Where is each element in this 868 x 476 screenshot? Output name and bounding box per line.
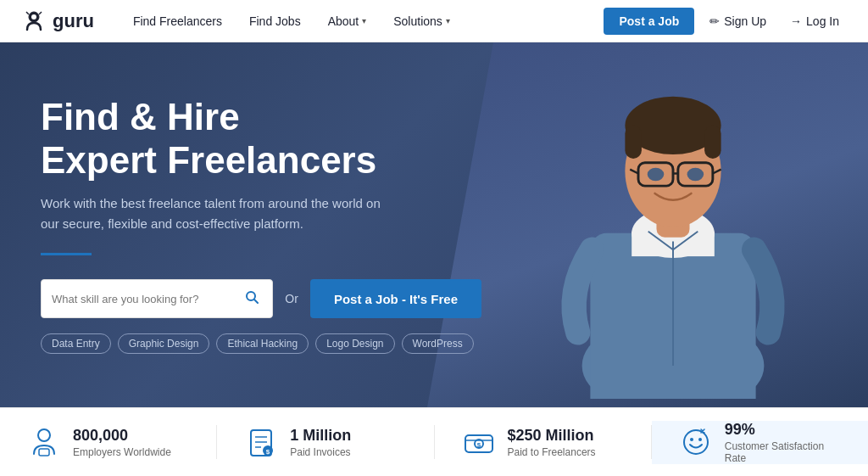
- stat-employers-text: 800,000 Employers Worldwide: [73, 427, 171, 458]
- stat-paid-label: Paid to Freelancers: [508, 446, 596, 458]
- search-row: Or Post a Job - It's Free: [41, 279, 481, 318]
- tag-ethical-hacking[interactable]: Ethical Hacking: [216, 333, 309, 354]
- nav-about[interactable]: About ▾: [316, 9, 379, 33]
- svg-text:$: $: [476, 441, 481, 449]
- stat-satisfaction-label: Customer Satisfaction Rate: [725, 440, 841, 464]
- post-job-header-button[interactable]: Post a Job: [604, 8, 694, 35]
- post-job-hero-button[interactable]: Post a Job - It's Free: [310, 279, 481, 318]
- logo[interactable]: guru: [20, 8, 94, 35]
- svg-rect-24: [39, 449, 49, 456]
- about-dropdown-arrow: ▾: [362, 16, 366, 25]
- stat-employers-number: 800,000: [73, 427, 171, 445]
- svg-point-23: [38, 429, 50, 441]
- stat-invoices-number: 1 Million: [290, 427, 351, 445]
- or-separator: Or: [285, 292, 298, 305]
- svg-text:$: $: [266, 448, 270, 456]
- svg-line-3: [39, 12, 42, 14]
- stat-invoices-label: Paid Invoices: [290, 446, 351, 458]
- logo-icon: [20, 8, 47, 35]
- tag-graphic-design[interactable]: Graphic Design: [118, 333, 210, 354]
- tag-data-entry[interactable]: Data Entry: [41, 333, 111, 354]
- satisfaction-icon: [679, 425, 713, 459]
- header: guru Find Freelancers Find Jobs About ▾ …: [0, 0, 868, 42]
- invoices-icon: $: [244, 425, 278, 459]
- tag-logo-design[interactable]: Logo Design: [315, 333, 394, 354]
- stat-invoices-text: 1 Million Paid Invoices: [290, 427, 351, 458]
- svg-point-18: [648, 168, 665, 182]
- hero-section: Find & Hire Expert Freelancers Work with…: [0, 42, 868, 407]
- stat-employers-label: Employers Worldwide: [73, 446, 171, 458]
- stat-paid: $ $250 Million Paid to Freelancers: [435, 425, 652, 459]
- employers-icon: [27, 425, 61, 459]
- svg-point-1: [31, 14, 36, 20]
- signup-button[interactable]: ✏ Sign Up: [701, 9, 775, 33]
- svg-rect-12: [704, 126, 721, 159]
- svg-line-2: [26, 12, 29, 14]
- hero-content: Find & Hire Expert Freelancers Work with…: [41, 96, 481, 354]
- stat-satisfaction-text: 99% Customer Satisfaction Rate: [725, 421, 841, 464]
- hero-subtitle: Work with the best freelance talent from…: [41, 193, 397, 234]
- hero-underline: [41, 253, 92, 255]
- nav-solutions[interactable]: Solutions ▾: [381, 9, 462, 33]
- stat-invoices: $ 1 Million Paid Invoices: [217, 425, 434, 459]
- search-input[interactable]: [52, 293, 242, 305]
- nav-find-jobs[interactable]: Find Jobs: [237, 9, 313, 33]
- stat-satisfaction-number: 99%: [725, 421, 841, 439]
- svg-point-36: [690, 438, 693, 441]
- hero-person-image: [537, 51, 826, 407]
- search-submit-button[interactable]: [242, 287, 262, 311]
- nav-find-freelancers[interactable]: Find Freelancers: [121, 9, 234, 33]
- search-box: [41, 279, 273, 318]
- tags-row: Data Entry Graphic Design Ethical Hackin…: [41, 333, 481, 354]
- stat-paid-text: $250 Million Paid to Freelancers: [508, 427, 596, 458]
- svg-line-22: [254, 300, 258, 303]
- hero-title: Find & Hire Expert Freelancers: [41, 96, 481, 182]
- stat-employers: 800,000 Employers Worldwide: [0, 425, 217, 459]
- signup-icon: ✏: [709, 14, 720, 28]
- stats-bar: 800,000 Employers Worldwide $ 1 Million …: [0, 407, 868, 476]
- tag-wordpress[interactable]: WordPress: [402, 333, 474, 354]
- svg-point-35: [684, 430, 708, 454]
- search-icon: [245, 290, 259, 304]
- person-svg: [537, 51, 809, 399]
- svg-point-19: [687, 168, 704, 182]
- svg-point-37: [698, 438, 702, 441]
- solutions-dropdown-arrow: ▾: [446, 16, 450, 25]
- header-actions: Post a Job ✏ Sign Up → Log In: [604, 8, 848, 35]
- svg-rect-11: [625, 126, 642, 159]
- main-nav: Find Freelancers Find Jobs About ▾ Solut…: [121, 9, 604, 33]
- stat-satisfaction: 99% Customer Satisfaction Rate: [652, 421, 868, 464]
- paid-icon: $: [462, 425, 496, 459]
- login-icon: →: [790, 14, 802, 28]
- logo-text: guru: [53, 10, 94, 32]
- stat-paid-number: $250 Million: [508, 427, 596, 445]
- login-button[interactable]: → Log In: [782, 9, 848, 33]
